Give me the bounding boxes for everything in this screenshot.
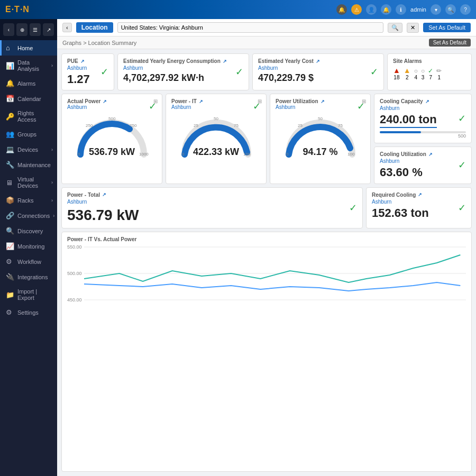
pue-card: PUE ↗ Ashburn 1.27 ✓ xyxy=(61,53,114,90)
required-cooling-link-icon: ↗ xyxy=(418,192,422,197)
sidebar-item-label: Alarms xyxy=(17,80,35,87)
back-button[interactable]: ‹ xyxy=(62,23,72,32)
alarm-ok: ✓ 7 xyxy=(428,67,433,80)
cooling-capacity-subtitle: Ashburn xyxy=(380,105,466,111)
cooling-capacity-value: 240.00 ton xyxy=(380,113,437,128)
location-label: Location xyxy=(76,22,113,33)
sidebar-item-calendar[interactable]: 📅 Calendar xyxy=(0,91,57,106)
power-total-title: Power - Total ↗ xyxy=(67,192,357,198)
info-icon[interactable]: ℹ xyxy=(396,4,406,15)
power-utilization-link-icon: ↗ xyxy=(321,99,325,104)
monitor-icon: 🖥 xyxy=(6,179,14,187)
alarm-info2: ○ 3 xyxy=(421,67,425,80)
location-input[interactable] xyxy=(117,22,384,33)
power-it-expand-icon[interactable]: ⊞ xyxy=(258,98,262,104)
sidebar-item-label: Monitoring xyxy=(17,243,44,250)
sidebar-item-label: Integrations xyxy=(17,274,48,280)
sidebar: ‹ ⊕ ☰ ↗ ⌂ Home 📊 Data Analysis › 🔔 Alarm… xyxy=(0,19,57,476)
warning-icon[interactable]: ⚠ xyxy=(351,4,362,15)
help-icon[interactable]: ? xyxy=(460,4,471,15)
sidebar-item-monitoring[interactable]: 📈 Monitoring xyxy=(0,239,57,254)
sidebar-item-data-analysis[interactable]: 📊 Data Analysis › xyxy=(0,56,57,76)
sidebar-item-home[interactable]: ⌂ Home xyxy=(0,40,57,56)
alert-icon[interactable]: 🔔 xyxy=(381,4,391,15)
sidebar-item-alarms[interactable]: 🔔 Alarms xyxy=(0,76,57,91)
sidebar-item-label: Settings xyxy=(17,309,39,316)
sidebar-item-virtual-devices[interactable]: 🖥 Virtual Devices › xyxy=(0,172,57,193)
sidebar-btn1[interactable]: ⊕ xyxy=(16,23,28,36)
chart-card: Power - IT Vs. Actual Power 550.00 500.0… xyxy=(61,232,472,472)
cooling-utilization-check-icon: ✓ xyxy=(458,159,466,171)
row-3: Power - Total ↗ Ashburn 536.79 kW ✓ Requ… xyxy=(61,187,472,228)
user-icon[interactable]: 👤 xyxy=(366,4,377,15)
sidebar-item-rights-access[interactable]: 🔑 Rights Access xyxy=(0,106,57,126)
location-bar: ‹ Location 🔍 ✕ Set As Default xyxy=(57,19,476,36)
yearly-energy-value: 4,702,297.92 kW·h xyxy=(123,73,243,84)
power-it-title: Power - IT ↗ xyxy=(171,98,261,104)
sidebar-item-discovery[interactable]: 🔍 Discovery xyxy=(0,223,57,239)
alarm-warning-count: 2 xyxy=(406,75,409,80)
top-nav-right: 🔔 ⚠ 👤 🔔 ℹ admin ▾ 🔍 ? xyxy=(336,4,471,15)
sidebar-item-import-export[interactable]: 📁 Import | Export xyxy=(0,285,57,305)
required-cooling-subtitle: Ashburn xyxy=(372,199,466,205)
svg-text:500: 500 xyxy=(108,116,116,121)
cooling-capacity-link-icon: ↗ xyxy=(425,99,429,104)
sidebar-item-racks[interactable]: 📦 Racks › xyxy=(0,193,57,208)
sidebar-btn3[interactable]: ↗ xyxy=(43,23,54,36)
sidebar-item-label: Maintenance xyxy=(17,162,51,168)
wrench-icon: 🔧 xyxy=(6,161,14,169)
power-total-value: 536.79 kW xyxy=(67,207,357,224)
chart-icon: 📊 xyxy=(6,62,14,70)
actual-power-expand-icon[interactable]: ⊞ xyxy=(153,98,158,104)
svg-text:1000: 1000 xyxy=(139,152,149,157)
groups-icon: 👥 xyxy=(6,130,14,138)
sidebar-item-workflow[interactable]: ⚙ Workflow xyxy=(0,254,57,269)
alarm-info1-icon: ○ xyxy=(414,67,418,75)
monitoring-icon: 📈 xyxy=(6,242,14,250)
svg-text:50: 50 xyxy=(318,116,323,121)
chevron-right-icon: › xyxy=(53,213,54,218)
alarm-other: ✏ 1 xyxy=(436,67,442,80)
cooling-column: Cooling Capacity ↗ Ashburn 240.00 ton 50… xyxy=(374,94,472,184)
alarm-ok-count: 7 xyxy=(429,75,432,80)
alarm-critical-count: 18 xyxy=(393,75,399,80)
search-icon[interactable]: 🔍 xyxy=(445,4,456,15)
location-search-button[interactable]: 🔍 xyxy=(388,23,402,33)
sidebar-btn2[interactable]: ☰ xyxy=(30,23,41,36)
yearly-energy-title: Estimated Yearly Energy Consumption ↗ xyxy=(123,58,243,64)
location-clear-button[interactable]: ✕ xyxy=(407,23,419,33)
sidebar-item-label: Virtual Devices xyxy=(17,176,48,189)
power-utilization-expand-icon[interactable]: ⊞ xyxy=(362,98,366,104)
chart-y-min: 450.00 xyxy=(67,297,82,303)
alarm-info1-count: 4 xyxy=(415,75,418,80)
power-total-link-icon: ↗ xyxy=(102,192,106,197)
power-utilization-value: 94.17 % xyxy=(303,147,337,158)
set-default-button[interactable]: Set As Default xyxy=(423,23,471,32)
sidebar-item-maintenance[interactable]: 🔧 Maintenance xyxy=(0,157,57,172)
workflow-icon: ⚙ xyxy=(6,258,14,266)
sidebar-item-label: Calendar xyxy=(17,96,41,102)
alarm-warning-icon: ▲ xyxy=(404,66,411,75)
folder-icon: 📁 xyxy=(6,291,14,299)
chevron-right-icon: › xyxy=(51,63,53,68)
yearly-cost-value: 470,229.79 $ xyxy=(258,73,378,84)
sidebar-item-settings[interactable]: ⚙ Settings xyxy=(0,305,57,320)
content: ‹ Location 🔍 ✕ Set As Default Graphs > L… xyxy=(57,19,476,476)
power-it-card: Power - IT ↗ Ashburn 0 25 50 75 100 xyxy=(166,94,267,184)
notification-icon[interactable]: 🔔 xyxy=(336,4,347,15)
sidebar-item-devices[interactable]: 💻 Devices › xyxy=(0,142,57,157)
sidebar-item-groups[interactable]: 👥 Groups xyxy=(0,126,57,142)
row-2: Actual Power ↗ Ashburn 0 250 500 750 xyxy=(61,94,472,184)
chevron-down-icon[interactable]: ▾ xyxy=(431,4,441,15)
svg-text:25: 25 xyxy=(298,123,303,128)
breadcrumb: Graphs > Location Summary Set As Default xyxy=(57,36,476,49)
required-cooling-title: Required Cooling ↗ xyxy=(372,192,466,198)
sidebar-item-label: Connections xyxy=(17,213,50,219)
sidebar-item-integrations[interactable]: 🔌 Integrations xyxy=(0,269,57,285)
main-layout: ‹ ⊕ ☰ ↗ ⌂ Home 📊 Data Analysis › 🔔 Alarm… xyxy=(0,19,476,476)
sidebar-toggle[interactable]: ‹ xyxy=(3,23,14,36)
devices-icon: 💻 xyxy=(6,145,14,153)
sidebar-item-connections[interactable]: 🔗 Connections › xyxy=(0,208,57,223)
breadcrumb-set-default-button[interactable]: Set As Default xyxy=(429,39,471,47)
svg-text:25: 25 xyxy=(194,123,198,128)
